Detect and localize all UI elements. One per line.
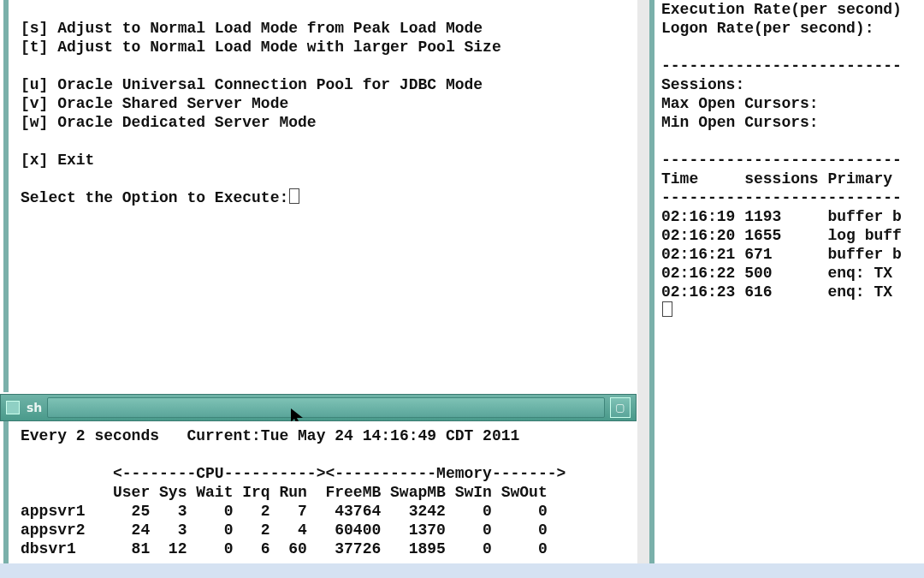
cursor-icon: [289, 188, 299, 204]
stats-current-time: Tue May 24 14:16:49 CDT 2011: [261, 427, 519, 444]
maximize-icon[interactable]: ▢: [610, 397, 631, 418]
terminal-titlebar[interactable]: sh ▢: [0, 394, 637, 421]
separator-dashes: --------------------------: [661, 57, 902, 74]
titlebar-label: sh: [27, 401, 42, 414]
right-table-rows: 02:16:19 1193 buffer b 02:16:20 1655 log…: [661, 208, 902, 301]
min-cursors-label: Min Open Cursors:: [661, 114, 819, 131]
separator-dashes-2: --------------------------: [661, 152, 902, 169]
window-menu-icon[interactable]: [6, 401, 20, 414]
prompt-label: Select the Option to Execute:: [21, 189, 288, 206]
separator-dashes-3: --------------------------: [661, 189, 902, 206]
opt-x: [x] Exit: [21, 152, 94, 169]
stats-sections: <--------CPU----------><-----------Memor…: [21, 465, 566, 482]
bottom-band: [0, 563, 924, 578]
max-cursors-label: Max Open Cursors:: [661, 95, 819, 112]
right-table-header: Time sessions Primary: [661, 170, 892, 188]
exec-rate-label: Execution Rate(per second): [661, 1, 902, 18]
left-pane: [s] Adjust to Normal Load Mode from Peak…: [0, 0, 637, 578]
stats-interval: Every 2 seconds: [21, 427, 159, 444]
sessions-label: Sessions:: [661, 76, 744, 93]
menu-text: [s] Adjust to Normal Load Mode from Peak…: [9, 0, 633, 226]
right-pane: Execution Rate(per second) Logon Rate(pe…: [637, 0, 924, 565]
cursor-icon-2: [662, 301, 672, 317]
opt-s: [s] Adjust to Normal Load Mode from Peak…: [21, 20, 483, 37]
logon-rate-label: Logon Rate(per second):: [661, 20, 874, 37]
menu-terminal[interactable]: [s] Adjust to Normal Load Mode from Peak…: [3, 0, 633, 392]
opt-u: [u] Oracle Universal Connection Pool for…: [21, 76, 483, 93]
stats-header: User Sys Wait Irq Run FreeMB SwapMB SwIn…: [21, 484, 548, 501]
stats-current-label: Current:: [187, 427, 260, 444]
stats-terminal[interactable]: Every 2 seconds Current:Tue May 24 14:16…: [3, 421, 637, 567]
opt-t: [t] Adjust to Normal Load Mode with larg…: [21, 39, 501, 56]
titlebar-track[interactable]: [47, 397, 605, 418]
opt-v: [v] Oracle Shared Server Mode: [21, 95, 288, 112]
opt-w: [w] Oracle Dedicated Server Mode: [21, 114, 317, 131]
pane-divider[interactable]: [637, 0, 649, 565]
screen: [s] Adjust to Normal Load Mode from Peak…: [0, 0, 924, 578]
stats-rows: appsvr1 25 3 0 2 7 43764 3242 0 0 appsvr…: [21, 503, 548, 557]
right-terminal[interactable]: Execution Rate(per second) Logon Rate(pe…: [649, 0, 924, 565]
